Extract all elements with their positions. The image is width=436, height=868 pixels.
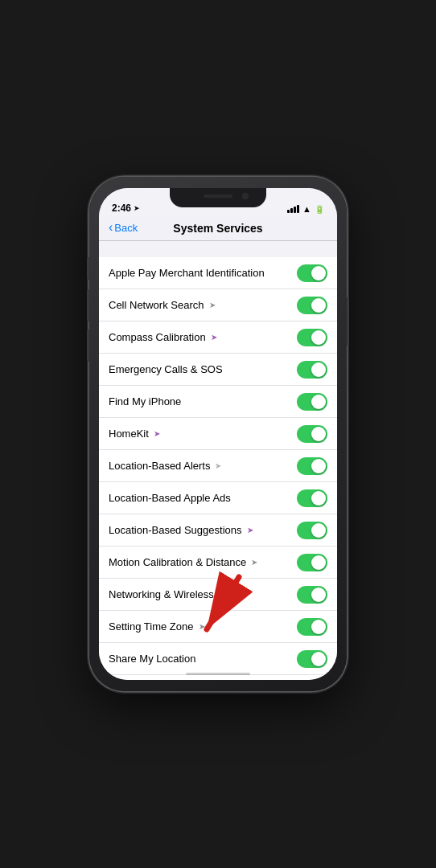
item-label-location-alerts: Location-Based Alerts [109,460,210,472]
toggle-emergency-calls[interactable] [297,361,327,379]
location-arrow-icon: ➤ [251,558,257,567]
item-controls [297,329,327,346]
list-item[interactable]: Emergency Calls & SOS [99,354,337,386]
item-controls [297,522,327,539]
toggle-motion-calibration[interactable] [297,554,327,571]
list-item[interactable]: Find My iPhone [99,386,337,418]
toggle-find-my-iphone[interactable] [297,393,327,411]
item-controls [297,457,327,475]
back-button[interactable]: ‹ Back [109,222,138,234]
toggle-share-location[interactable] [297,650,327,668]
settings-list: Apple Pay Merchant IdentificationCell Ne… [99,257,337,680]
toggle-knob [311,395,326,409]
volume-up-button[interactable] [87,289,89,321]
toggle-compass[interactable] [297,329,327,346]
toggle-knob [311,555,326,570]
item-label-homekit: HomeKit [109,428,149,440]
signal-icon [287,205,299,213]
item-controls [297,297,327,314]
location-arrow-icon: ➤ [199,622,205,631]
list-item[interactable]: Location-Based Suggestions➤ [99,514,337,547]
toggle-location-suggestions[interactable] [297,522,327,539]
item-controls [297,393,327,411]
item-controls [297,264,327,282]
wifi-icon: ▲ [302,204,311,214]
list-item[interactable]: HomeKit➤ [99,418,337,450]
phone-screen: 2:46 ➤ ▲ 🔋 ‹ Back System Services [99,188,337,680]
toggle-location-ads[interactable] [297,489,327,507]
item-controls [297,361,327,379]
power-button[interactable] [347,297,349,346]
back-chevron-icon: ‹ [109,221,113,234]
toggle-knob [311,362,326,377]
list-item[interactable]: System Customization➤ [99,675,337,680]
scroll-content[interactable]: Apple Pay Merchant IdentificationCell Ne… [99,241,337,680]
location-arrow-status: ➤ [134,204,140,212]
list-item[interactable]: Cell Network Search➤ [99,289,337,321]
list-item[interactable]: Apple Pay Merchant Identification [99,257,337,289]
item-controls [297,618,327,636]
toggle-knob [311,427,326,441]
item-label-setting-time-zone: Setting Time Zone [109,620,194,633]
status-icons: ▲ 🔋 [287,204,324,214]
item-label-find-my-iphone: Find My iPhone [109,395,181,407]
list-item[interactable]: Motion Calibration & Distance➤ [99,547,337,579]
toggle-knob [311,330,326,345]
item-controls [297,554,327,571]
list-item[interactable]: Networking & Wireless➤ [99,579,337,611]
toggle-knob [311,620,326,634]
phone-frame: 2:46 ➤ ▲ 🔋 ‹ Back System Services [89,177,347,691]
toggle-knob [311,298,326,313]
location-arrow-icon: ➤ [209,301,216,309]
toggle-networking-wireless[interactable] [297,586,327,604]
item-label-motion-calibration: Motion Calibration & Distance [109,556,246,568]
list-item[interactable]: Location-Based Apple Ads [99,482,337,514]
mute-button[interactable] [87,257,89,280]
item-label-networking-wireless: Networking & Wireless [109,588,214,600]
battery-icon: 🔋 [315,205,324,214]
item-controls [297,650,327,668]
list-item[interactable]: Setting Time Zone➤ [99,611,337,643]
location-arrow-icon: ➤ [219,590,225,599]
page-title: System Services [173,222,262,235]
list-item[interactable]: Location-Based Alerts➤ [99,450,337,482]
toggle-homekit[interactable] [297,425,327,443]
toggle-knob [311,459,326,473]
toggle-cell-network[interactable] [297,297,327,314]
item-label-location-suggestions: Location-Based Suggestions [109,524,242,536]
toggle-location-alerts[interactable] [297,457,327,475]
back-label: Back [114,222,138,234]
toggle-knob [311,491,326,506]
item-label-cell-network: Cell Network Search [109,299,204,311]
front-camera [242,193,249,199]
item-label-share-location: Share My Location [109,653,195,665]
toggle-apple-pay[interactable] [297,264,327,282]
location-arrow-icon: ➤ [211,333,217,342]
toggle-setting-time-zone[interactable] [297,618,327,636]
toggle-knob [311,523,326,538]
speaker [204,194,232,198]
item-label-apple-pay: Apple Pay Merchant Identification [109,267,265,279]
location-arrow-icon: ➤ [215,461,221,470]
section-spacer [99,241,337,257]
item-label-compass: Compass Calibration [109,331,206,343]
item-controls [297,489,327,507]
volume-down-button[interactable] [87,330,89,362]
toggle-knob [311,652,326,666]
toggle-knob [311,588,326,602]
toggle-knob [311,266,326,280]
item-controls [297,425,327,443]
list-item[interactable]: Share My Location [99,643,337,675]
item-label-emergency-calls: Emergency Calls & SOS [109,363,223,375]
list-item[interactable]: Compass Calibration➤ [99,321,337,354]
notch [170,188,266,207]
navigation-bar: ‹ Back System Services [99,217,337,241]
status-time: 2:46 [112,203,131,214]
item-label-location-ads: Location-Based Apple Ads [109,492,231,504]
location-arrow-icon: ➤ [154,429,160,438]
home-indicator [186,673,250,675]
item-controls [297,586,327,604]
location-arrow-icon: ➤ [247,526,253,534]
